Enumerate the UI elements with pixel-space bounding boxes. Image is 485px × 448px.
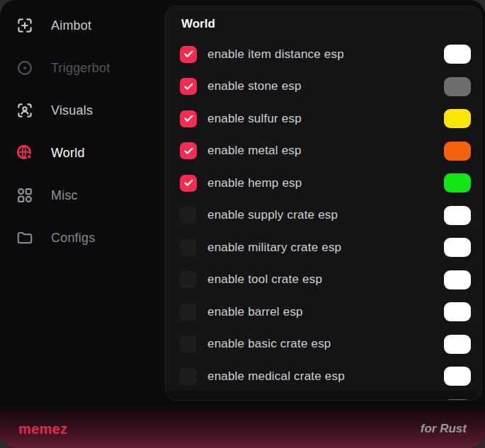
option-label: enable barrel esp (207, 305, 303, 319)
world-panel: World enable item distance espenable sto… (165, 6, 482, 401)
color-swatch[interactable] (444, 270, 471, 289)
checkbox-unchecked[interactable] (180, 400, 197, 401)
checkbox-checked[interactable] (180, 142, 197, 159)
option-label: enable military crate esp (207, 241, 341, 255)
option-list: enable item distance espenable stone esp… (180, 38, 481, 401)
color-swatch[interactable] (444, 367, 471, 386)
option-label: enable stone esp (207, 79, 302, 93)
checkbox-checked[interactable] (180, 110, 197, 127)
sidebar-item-world[interactable]: World (0, 132, 165, 174)
option-row: enable item distance esp (180, 38, 481, 71)
checkbox-checked[interactable] (180, 175, 197, 192)
option-label: enable medical crate esp (207, 369, 345, 384)
aimbot-icon (16, 16, 34, 35)
misc-icon (16, 186, 34, 205)
option-row: enable supply crate esp (180, 200, 481, 232)
brand-logo: memez (18, 421, 67, 437)
color-swatch[interactable] (444, 206, 471, 225)
world-icon (16, 144, 34, 162)
option-row: enable barrel esp (180, 296, 481, 328)
page-title: World (181, 17, 481, 31)
color-swatch[interactable] (444, 173, 471, 193)
sidebar-item-aimbot[interactable]: Aimbot (0, 4, 165, 47)
visuals-icon (16, 101, 34, 120)
product-tagline: for Rust (421, 422, 467, 436)
option-row: enable stone esp (180, 71, 481, 103)
option-row: enable basic crate esp (180, 328, 481, 361)
option-label: enable item distance esp (207, 47, 344, 62)
sidebar-item-triggerbot[interactable]: Triggerbot (0, 47, 165, 89)
sidebar: AimbotTriggerbotVisualsWorldMiscConfigs (0, 4, 165, 401)
option-row (180, 393, 481, 401)
checkbox-checked[interactable] (180, 78, 197, 95)
color-swatch[interactable] (444, 142, 471, 161)
color-swatch[interactable] (444, 45, 471, 64)
option-label: enable tool crate esp (207, 272, 322, 287)
option-label: enable basic crate esp (207, 337, 331, 351)
option-row: enable sulfur esp (180, 103, 481, 135)
checkbox-unchecked[interactable] (180, 239, 197, 256)
option-row: enable medical crate esp (180, 360, 481, 393)
option-row: enable tool crate esp (180, 264, 481, 297)
sidebar-item-label: World (51, 146, 85, 161)
option-label: enable hemp esp (207, 176, 302, 190)
checkbox-unchecked[interactable] (180, 335, 197, 352)
checkbox-unchecked[interactable] (180, 368, 197, 385)
sidebar-item-label: Misc (51, 188, 78, 203)
option-row: enable metal esp (180, 135, 481, 168)
cheat-menu-window: AimbotTriggerbotVisualsWorldMiscConfigs … (0, 0, 485, 448)
sidebar-item-label: Triggerbot (51, 61, 110, 76)
color-swatch[interactable] (444, 77, 471, 96)
option-label: enable sulfur esp (207, 112, 302, 126)
sidebar-item-misc[interactable]: Misc (0, 174, 165, 217)
checkbox-checked[interactable] (180, 46, 197, 63)
color-swatch[interactable] (444, 109, 471, 128)
triggerbot-icon (16, 59, 34, 77)
sidebar-item-label: Visuals (51, 103, 93, 118)
option-label: enable metal esp (207, 144, 302, 158)
sidebar-item-configs[interactable]: Configs (0, 217, 165, 259)
checkbox-unchecked[interactable] (180, 207, 197, 224)
color-swatch[interactable] (444, 238, 471, 257)
configs-icon (16, 229, 34, 247)
option-row: enable military crate esp (180, 231, 481, 264)
color-swatch[interactable] (444, 335, 471, 354)
color-swatch[interactable] (444, 399, 471, 401)
footer-bar: memez for Rust (0, 404, 485, 448)
checkbox-unchecked[interactable] (180, 304, 197, 321)
sidebar-item-visuals[interactable]: Visuals (0, 89, 165, 132)
sidebar-item-label: Aimbot (51, 18, 91, 33)
sidebar-item-label: Configs (51, 231, 95, 246)
option-label: enable supply crate esp (207, 208, 338, 222)
color-swatch[interactable] (444, 302, 471, 321)
option-row: enable hemp esp (180, 167, 481, 200)
checkbox-unchecked[interactable] (180, 271, 197, 288)
